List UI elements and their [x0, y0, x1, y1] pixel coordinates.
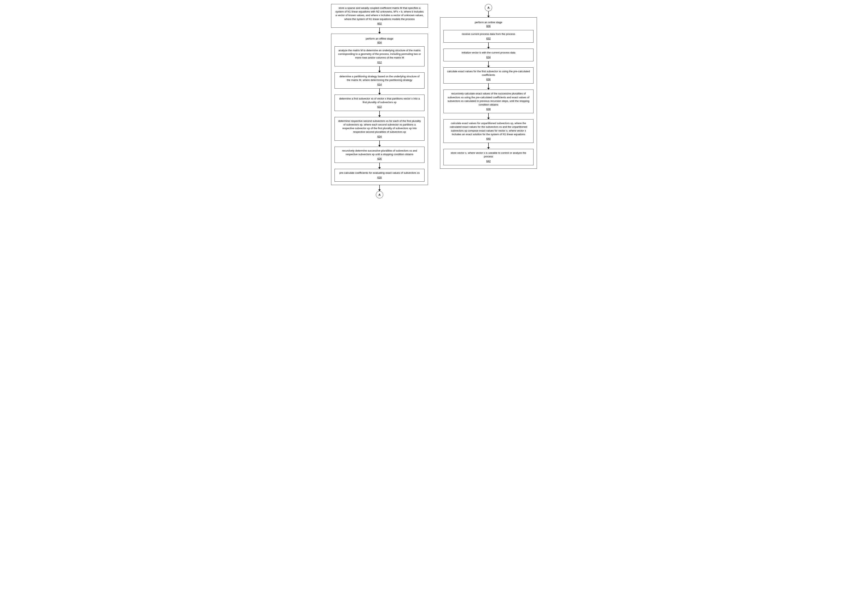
- arrow-head: [378, 32, 381, 34]
- left-flowchart: store a sparse and weakly coupled coeffi…: [331, 4, 428, 198]
- box-640: calculate exact values for unpartitioned…: [443, 119, 533, 143]
- box-616: pre-calculate coefficients for evaluatin…: [335, 169, 425, 181]
- arrow-line: [488, 113, 489, 118]
- box-634: initialize vector b with the current pro…: [443, 49, 533, 61]
- online-stage-label: 606: [486, 25, 491, 28]
- offline-stage-box: perform an offline stage 604 analyze the…: [331, 34, 428, 185]
- box-626-text: recursively determine successive plurali…: [342, 149, 417, 156]
- box-636: calculate exact values for the first sub…: [443, 67, 533, 84]
- box-622-text: determine a first subvector xs of vector…: [339, 97, 420, 104]
- arrow-head: [487, 47, 490, 49]
- arrow-640-642: [486, 143, 490, 149]
- arrow-head: [378, 71, 381, 72]
- arrow-634-636: [486, 61, 490, 67]
- arrow-head: [487, 118, 490, 119]
- box-640-text: calculate exact values for unpartitioned…: [450, 122, 527, 136]
- arrow-602-604: [378, 28, 382, 34]
- arrow-head: [378, 145, 381, 147]
- arrow-line: [379, 66, 380, 71]
- right-flowchart: A perform an online stage 606 receive cu…: [440, 4, 537, 198]
- arrow-line: [488, 43, 489, 47]
- box-624-label: 624: [338, 135, 421, 139]
- offline-inner-flow: analyze the matrix M to determine an und…: [335, 46, 425, 163]
- box-616-label: 616: [338, 176, 421, 179]
- box-614-text: determine a partitioning strategy based …: [340, 75, 420, 81]
- arrow-614-622: [378, 88, 382, 94]
- arrow-head: [378, 189, 381, 191]
- arrow-line: [379, 185, 380, 189]
- arrow-head: [378, 167, 381, 169]
- arrow-632-634: [486, 43, 490, 49]
- box-642-label: 642: [447, 159, 530, 163]
- arrow-624-626: [378, 141, 382, 147]
- connector-a-top: A: [485, 4, 492, 11]
- arrow-head: [487, 16, 490, 17]
- arrow-612-614: [378, 66, 382, 72]
- online-stage-title: perform an online stage: [475, 21, 502, 24]
- connector-a-top-label: A: [487, 6, 490, 9]
- arrow-head: [487, 147, 490, 149]
- arrow-to-connector-a: [378, 185, 382, 191]
- arrow-line: [379, 163, 380, 167]
- box-642-text: store vector x, where vector x is useabl…: [451, 151, 526, 158]
- box-622-label: 622: [338, 105, 421, 109]
- box-602-text: store a sparse and weakly coupled coeffi…: [335, 6, 424, 21]
- arrow-line: [379, 28, 380, 32]
- connector-a-label: A: [378, 193, 381, 196]
- arrow-head: [487, 66, 490, 67]
- arrow-638-640: [486, 113, 490, 119]
- box-624: determine respective second subvectors x…: [335, 117, 425, 141]
- box-614: determine a partitioning strategy based …: [335, 72, 425, 89]
- box-624-text: determine respective second subvectors x…: [338, 119, 421, 134]
- arrow-line: [488, 143, 489, 147]
- online-inner-flow: receive current process data from the pr…: [443, 30, 533, 165]
- box-638-label: 638: [447, 107, 530, 111]
- arrow-head: [378, 115, 381, 117]
- box-612-text: analyze the matrix M to determine an und…: [338, 49, 421, 59]
- box-642: store vector x, where vector x is useabl…: [443, 149, 533, 165]
- box-638-text: recursively calculate exact values of th…: [447, 92, 529, 106]
- arrow-head: [378, 93, 381, 94]
- arrow-from-connector: [486, 11, 490, 17]
- box-602: store a sparse and weakly coupled coeffi…: [331, 4, 428, 28]
- arrow-636-638: [486, 84, 490, 90]
- offline-stage-label: 604: [377, 41, 382, 44]
- arrow-line: [379, 111, 380, 115]
- box-602-label: 602: [335, 22, 425, 25]
- box-634-label: 634: [447, 56, 530, 59]
- arrow-line: [379, 88, 380, 93]
- arrow-head: [487, 88, 490, 90]
- arrow-line: [379, 141, 380, 145]
- arrow-line: [488, 11, 489, 16]
- box-622: determine a first subvector xs of vector…: [335, 94, 425, 111]
- box-638: recursively calculate exact values of th…: [443, 90, 533, 113]
- box-640-label: 640: [447, 137, 530, 141]
- box-632-text: receive current process data from the pr…: [462, 32, 515, 35]
- arrow-line: [488, 61, 489, 66]
- box-616-text: pre-calculate coefficients for evaluatin…: [340, 171, 420, 174]
- box-626: recursively determine successive plurali…: [335, 147, 425, 163]
- offline-stage-title: perform an offline stage: [366, 37, 393, 40]
- arrow-626-616: [378, 163, 382, 169]
- box-634-text: initialize vector b with the current pro…: [462, 51, 515, 54]
- arrow-622-624: [378, 111, 382, 117]
- connector-a-bottom: A: [376, 191, 383, 198]
- box-614-label: 614: [338, 83, 421, 86]
- box-636-label: 636: [447, 78, 530, 81]
- arrow-line: [488, 84, 489, 88]
- online-stage-box: perform an online stage 606 receive curr…: [440, 17, 537, 169]
- box-626-label: 626: [338, 157, 421, 161]
- box-612-label: 612: [338, 60, 421, 64]
- box-636-text: calculate exact values for the first sub…: [447, 70, 530, 77]
- box-612: analyze the matrix M to determine an und…: [335, 46, 425, 66]
- box-632: receive current process data from the pr…: [443, 30, 533, 43]
- box-632-label: 632: [447, 37, 530, 40]
